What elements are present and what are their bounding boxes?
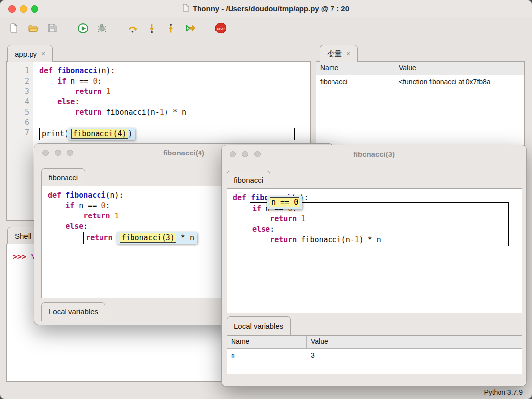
zoom-button[interactable] (254, 151, 261, 157)
dialog-title-bar: fibonacci(3) (222, 145, 526, 164)
local-variables-header: Name Value (227, 336, 522, 349)
column-header-name: Name (316, 62, 395, 75)
tab-variables[interactable]: 变量 × (320, 45, 358, 62)
title-bar: Thonny - /Users/doudou/tmp/app.py @ 7 : … (0, 0, 532, 17)
run-script-icon[interactable] (76, 22, 89, 34)
python-version-label: Python 3.7.9 (484, 388, 523, 396)
thonny-window: Thonny - /Users/doudou/tmp/app.py @ 7 : … (0, 0, 532, 399)
step-over-icon[interactable] (126, 22, 139, 34)
column-header-value: Value (395, 62, 524, 75)
code-lines: if n == 0: return 1else: return fibonacc… (252, 204, 506, 245)
minimize-button[interactable] (242, 151, 248, 157)
active-statement-line: print(fibonacci(4)) (39, 128, 310, 140)
document-icon (183, 4, 189, 13)
close-button[interactable] (8, 5, 16, 13)
status-bar: Python 3.7.9 (0, 386, 532, 399)
evaluated-expression: fibonacci(4) (71, 129, 128, 139)
window-dots (42, 150, 73, 156)
svg-text:STOP: STOP (217, 27, 225, 30)
close-button[interactable] (42, 150, 49, 156)
tab-app-py[interactable]: app.py × (7, 45, 53, 62)
code-lines: def fibonacci(n): if n == 0: return 1 el… (39, 66, 310, 128)
shell-prompt: >>> (13, 252, 26, 261)
new-file-icon[interactable] (7, 22, 20, 34)
tab-local-variables[interactable]: Local variables (41, 302, 105, 321)
evaluated-expression: fibonacci(3) (120, 233, 176, 243)
dialog-title: fibonacci(4) (163, 149, 204, 157)
variables-row[interactable]: fibonacci <function fibonacci at 0x7fb8a (316, 75, 524, 89)
window-title: Thonny - /Users/doudou/tmp/app.py @ 7 : … (183, 4, 349, 13)
eval-bubble: fibonacci(4)) (68, 128, 135, 140)
minimize-button[interactable] (55, 150, 61, 156)
tab-close-icon[interactable]: × (41, 50, 45, 58)
open-file-icon[interactable] (27, 22, 39, 34)
eval-bubble: fibonacci(3) * n (117, 232, 197, 244)
tab-label: Local variables (234, 322, 283, 330)
variable-value: <function fibonacci at 0x7fb8a (395, 75, 524, 89)
tab-close-icon[interactable]: × (346, 50, 350, 58)
save-file-icon[interactable] (46, 22, 59, 34)
zoom-button[interactable] (31, 5, 38, 13)
column-header-name: Name (227, 336, 307, 348)
tab-label: Shell (15, 232, 31, 240)
zoom-button[interactable] (67, 150, 73, 156)
dialog-fibonacci-3: fibonacci(3) fibonacci def fibonacci(n):… (221, 145, 527, 387)
tab-label: Local variables (49, 307, 98, 316)
tab-fibonacci[interactable]: fibonacci (227, 171, 270, 188)
variable-name: fibonacci (316, 75, 395, 89)
traffic-lights (8, 5, 38, 13)
toolbar: STOP (0, 17, 532, 39)
stop-icon[interactable]: STOP (214, 22, 227, 34)
column-header-value: Value (307, 336, 522, 348)
tab-label: fibonacci (49, 173, 78, 182)
window-dots (230, 151, 261, 157)
eval-tooltip: n == 0 (267, 196, 302, 209)
dialog-title: fibonacci(3) (353, 150, 395, 158)
resume-icon[interactable] (184, 22, 197, 34)
step-out-icon[interactable] (165, 22, 177, 34)
tab-label: fibonacci (234, 176, 263, 184)
step-into-icon[interactable] (145, 22, 158, 34)
tab-fibonacci[interactable]: fibonacci (41, 168, 85, 186)
tab-local-variables[interactable]: Local variables (227, 316, 291, 335)
variable-name: n (227, 349, 307, 363)
debug-script-icon[interactable] (96, 22, 108, 34)
evaluated-expression: n == 0 (270, 197, 299, 207)
variable-value: 3 (307, 349, 522, 363)
local-variable-row[interactable]: n 3 (227, 349, 522, 363)
variables-table-header: Name Value (316, 62, 524, 75)
local-variables-table: Name Value n 3 (227, 335, 522, 374)
tab-label: app.py (15, 50, 37, 58)
line-number-gutter: 1234567 (7, 62, 33, 220)
close-button[interactable] (230, 151, 236, 157)
active-statement-box: print(fibonacci(4)) (39, 128, 295, 140)
minimize-button[interactable] (20, 5, 27, 13)
tab-label: 变量 (327, 49, 342, 59)
